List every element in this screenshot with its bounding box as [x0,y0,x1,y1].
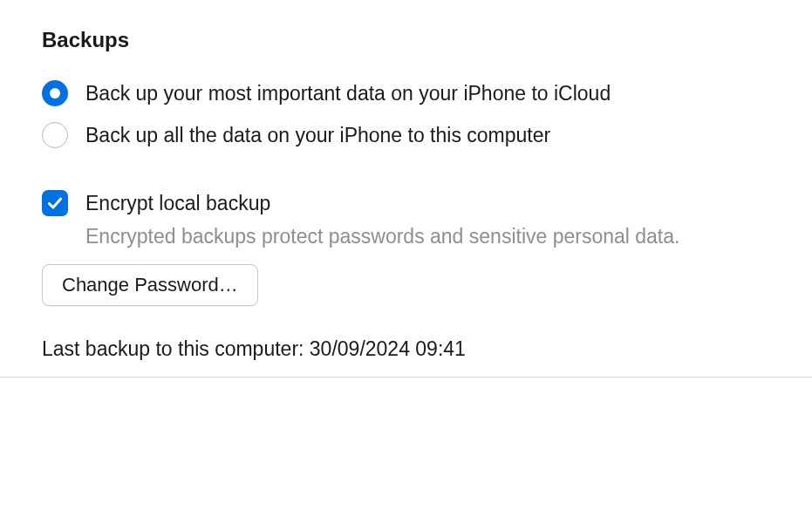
radio-backup-icloud[interactable]: Back up your most important data on your… [42,80,770,106]
backup-destination-radio-group: Back up your most important data on your… [42,80,770,148]
last-backup-status: Last backup to this computer: 30/09/2024… [42,337,770,377]
last-backup-timestamp: 30/09/2024 09:41 [310,337,466,360]
radio-computer-label: Back up all the data on your iPhone to t… [85,124,550,147]
encrypt-checkbox-row[interactable]: Encrypt local backup [42,190,770,216]
radio-backup-computer[interactable]: Back up all the data on your iPhone to t… [42,122,770,148]
last-backup-prefix: Last backup to this computer: [42,337,310,360]
encrypt-description: Encrypted backups protect passwords and … [85,225,770,248]
section-title: Backups [42,28,770,52]
backups-panel: Backups Back up your most important data… [0,0,812,377]
radio-selected-icon [42,80,68,106]
radio-icloud-label: Back up your most important data on your… [85,82,611,105]
checkbox-checked-icon [42,190,68,216]
radio-unselected-icon [42,122,68,148]
divider [0,377,812,377]
encrypt-section: Encrypt local backup Encrypted backups p… [42,190,770,248]
change-password-button[interactable]: Change Password… [42,264,258,306]
encrypt-label: Encrypt local backup [85,192,270,215]
